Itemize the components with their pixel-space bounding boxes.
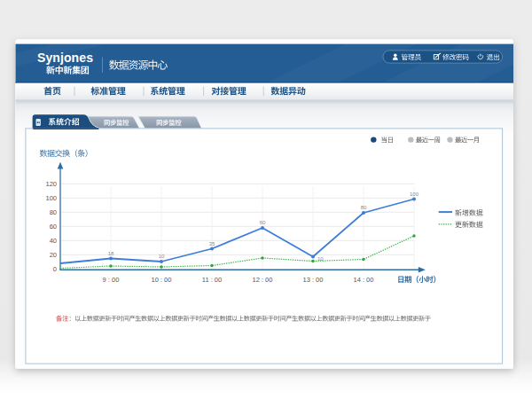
svg-text:18: 18 xyxy=(108,251,114,256)
svg-text:60: 60 xyxy=(260,220,266,225)
svg-text:20: 20 xyxy=(50,251,57,259)
svg-text:100: 100 xyxy=(410,192,419,197)
svg-text:9 : 00: 9 : 00 xyxy=(103,276,120,284)
svg-text:14 : 00: 14 : 00 xyxy=(354,276,374,284)
svg-text:120: 120 xyxy=(45,180,57,188)
svg-text:12 : 00: 12 : 00 xyxy=(253,276,273,284)
svg-text:40: 40 xyxy=(50,237,57,245)
svg-text:11 : 00: 11 : 00 xyxy=(202,276,222,284)
svg-text:10: 10 xyxy=(317,256,324,262)
svg-text:13 : 00: 13 : 00 xyxy=(303,276,324,284)
svg-text:10 : 00: 10 : 00 xyxy=(152,276,172,284)
svg-text:35: 35 xyxy=(209,241,215,246)
svg-text:80: 80 xyxy=(50,208,57,216)
svg-text:60: 60 xyxy=(50,223,57,231)
svg-text:Synjones: Synjones xyxy=(37,51,93,65)
svg-text:100: 100 xyxy=(45,194,57,202)
svg-text:10: 10 xyxy=(159,254,165,259)
svg-text:0: 0 xyxy=(53,265,57,273)
svg-text:80: 80 xyxy=(361,205,367,210)
